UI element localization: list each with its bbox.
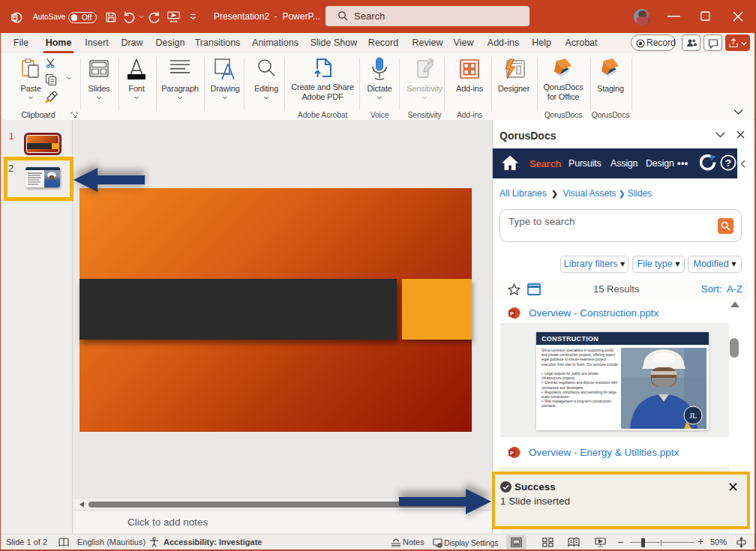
svg-text:P: P: [13, 15, 16, 20]
svg-text:P: P: [510, 450, 514, 457]
svg-text:JL: JL: [689, 412, 697, 420]
svg-text:P: P: [510, 310, 514, 317]
svg-text:?: ?: [725, 157, 731, 169]
